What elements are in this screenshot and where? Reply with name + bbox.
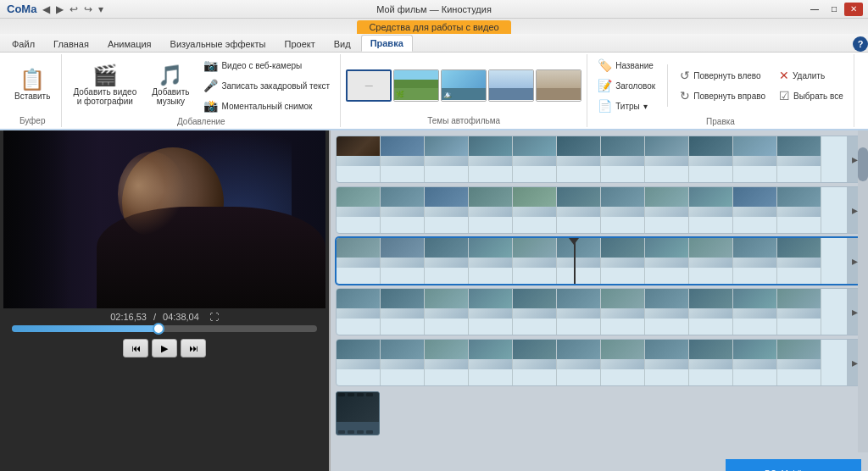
qa-dropdown[interactable]: ▾ — [97, 3, 105, 15]
frame — [381, 289, 425, 335]
film-track-5[interactable]: ▸ — [336, 339, 863, 386]
group-buffer: 📋 Вставить Буфер — [3, 54, 62, 127]
rotate-right-button[interactable]: ↻ Повернуть вправо — [675, 86, 771, 105]
scrollbar-thumb[interactable] — [858, 147, 868, 181]
frame — [601, 340, 645, 385]
forward-btn[interactable]: ▶ — [54, 3, 65, 15]
seek-bar[interactable] — [12, 325, 317, 332]
add-music-button[interactable]: 🎵 Добавить музыку — [146, 60, 195, 111]
theme-4[interactable] — [488, 69, 534, 102]
context-tab-video[interactable]: Средства для работы с видео — [357, 20, 510, 34]
music-icon: 🎵 — [158, 65, 183, 86]
rotate-left-label: Повернуть влево — [693, 71, 760, 80]
theme-1[interactable]: — — [346, 69, 392, 102]
mic-icon: 🎤 — [203, 79, 218, 92]
group-add-label: Добавление — [67, 117, 335, 128]
help-button[interactable]: ? — [853, 36, 868, 52]
theme-2[interactable]: 🌿 — [393, 69, 439, 102]
paste-icon: 📋 — [19, 69, 45, 90]
next-frame-btn[interactable]: ⏭ — [181, 339, 206, 357]
film-track-3[interactable]: ▸ — [336, 237, 863, 285]
group-add-content: 🎬 Добавить видео и фотографии 🎵 Добавить… — [67, 54, 335, 117]
scrollbar-track[interactable] — [858, 130, 868, 452]
group-edit: 🏷️ Название 📝 Заголовок 📄 Титры ▾ ↺ Пове… — [587, 54, 854, 127]
frame — [469, 340, 513, 385]
tab-visual-effects[interactable]: Визуальные эффекты — [162, 36, 275, 52]
frame — [733, 187, 777, 233]
redo-btn[interactable]: ↪ — [82, 3, 94, 15]
frame — [425, 136, 469, 182]
voiceover-button[interactable]: 🎤 Записать закадровый текст — [198, 76, 335, 95]
frame — [337, 289, 381, 335]
ribbon-tabs: Файл Главная Анимация Визуальные эффекты… — [0, 34, 868, 53]
group-themes-content: — 🌿 🏔️ — [346, 54, 581, 116]
back-btn[interactable]: ◀ — [41, 3, 52, 15]
tab-view[interactable]: Вид — [326, 36, 359, 52]
film-track-1[interactable]: ▸ — [336, 136, 863, 183]
play-btn[interactable]: ▶ — [152, 339, 177, 357]
delete-button[interactable]: ✕ Удалить — [774, 66, 849, 85]
tab-home[interactable]: Главная — [45, 36, 97, 52]
credits-label: Титры — [615, 102, 640, 111]
minimize-btn[interactable]: — — [805, 3, 824, 16]
webcam-icon: 📷 — [203, 58, 218, 72]
add-music-label: Добавить музыку — [152, 87, 189, 106]
frame — [645, 289, 689, 335]
theme-5[interactable] — [536, 69, 581, 102]
small-add-buttons: 📷 Видео с веб-камеры 🎤 Записать закадров… — [198, 56, 335, 115]
seek-thumb[interactable] — [153, 323, 164, 335]
prev-frame-btn[interactable]: ⏮ — [123, 339, 148, 357]
credits-button[interactable]: 📄 Титры ▾ — [593, 97, 660, 115]
add-video-button[interactable]: 🎬 Добавить видео и фотографии — [67, 60, 142, 111]
maximize-btn[interactable]: □ — [825, 3, 843, 16]
film-track-2[interactable]: ▸ — [336, 186, 863, 234]
frame — [689, 238, 733, 284]
frame — [513, 136, 557, 182]
tab-animation[interactable]: Анимация — [99, 36, 160, 52]
heading-button[interactable]: 📝 Заголовок — [593, 76, 660, 95]
select-all-button[interactable]: ☑ Выбрать все — [774, 86, 849, 105]
add-video-label: Добавить видео и фотографии — [73, 87, 136, 106]
webcam-button[interactable]: 📷 Видео с веб-камеры — [198, 56, 335, 75]
rotate-left-button[interactable]: ↺ Повернуть влево — [675, 66, 771, 85]
undo-btn[interactable]: ↩ — [68, 3, 80, 15]
frame — [601, 289, 645, 335]
window-controls: — □ ✕ — [805, 3, 863, 16]
frame — [425, 238, 469, 284]
group-buffer-content: 📋 Вставить — [8, 54, 56, 116]
group-access-content: ☁ f 💾 Сохранитьфильм ▾ 👤 Войти — [860, 54, 868, 116]
video-icon: 🎬 — [92, 65, 118, 86]
rotate-right-icon: ↻ — [680, 89, 690, 103]
tab-project[interactable]: Проект — [275, 36, 323, 52]
film-track-4[interactable]: ▸ — [336, 288, 863, 335]
paste-label: Вставить — [14, 91, 50, 101]
fullscreen-icon[interactable]: ⛶ — [209, 312, 219, 322]
onedrive-button[interactable]: ☁ — [860, 60, 868, 111]
timeline-panel: ▸ ▸ — [331, 130, 868, 471]
rotate-right-label: Повернуть вправо — [693, 91, 765, 101]
small-clip[interactable] — [336, 391, 380, 435]
preview-panel: 02:16,53 / 04:38,04 ⛶ ⏮ ▶ ⏭ — [0, 130, 331, 471]
frame — [381, 238, 425, 284]
frame — [513, 238, 557, 284]
frame — [513, 289, 557, 335]
track-4-frames — [337, 289, 847, 335]
quick-access-toolbar: CoMa ◀ ▶ ↩ ↪ ▾ — [5, 3, 105, 15]
frame — [601, 136, 645, 182]
main-content: 02:16,53 / 04:38,04 ⛶ ⏮ ▶ ⏭ — [0, 130, 868, 471]
tab-file[interactable]: Файл — [3, 36, 43, 52]
snapshot-button[interactable]: 📸 Моментальный снимок — [198, 97, 335, 115]
group-access-label: Доступ — [860, 116, 868, 127]
frame — [777, 238, 821, 284]
group-buffer-label: Буфер — [8, 116, 56, 127]
tab-edit[interactable]: Правка — [361, 35, 413, 52]
paste-button[interactable]: 📋 Вставить — [8, 60, 56, 111]
close-btn[interactable]: ✕ — [844, 3, 863, 16]
title-button[interactable]: 🏷️ Название — [593, 56, 660, 75]
frame — [513, 187, 557, 233]
frame — [601, 238, 645, 284]
frame — [733, 289, 777, 335]
playback-controls: ⏮ ▶ ⏭ — [123, 339, 206, 357]
select-all-label: Выбрать все — [793, 91, 843, 101]
theme-3[interactable]: 🏔️ — [441, 69, 487, 102]
